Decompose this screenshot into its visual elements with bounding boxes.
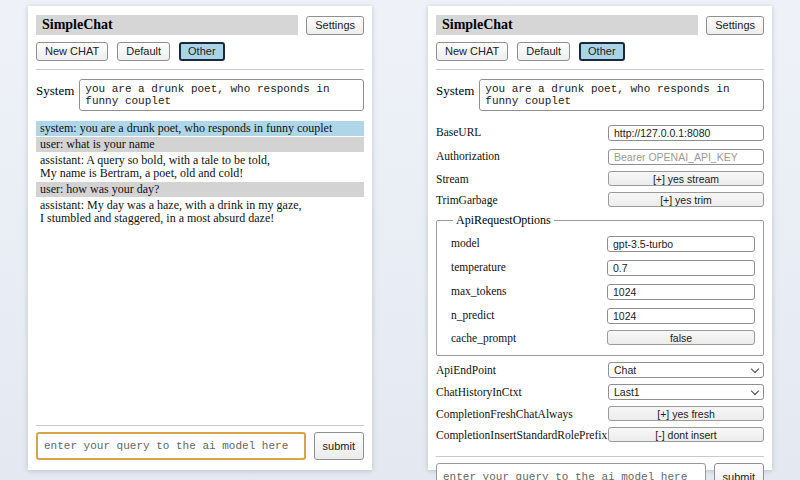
setting-label: CompletionInsertStandardRolePrefix [436, 429, 607, 441]
settings-panel: SimpleChat Settings New CHAT Default Oth… [428, 6, 772, 470]
setting-label: temperature [451, 261, 506, 273]
query-input[interactable] [36, 432, 306, 460]
setting-label: max_tokens [451, 285, 507, 297]
query-input[interactable] [436, 463, 706, 480]
chat-session-toolbar: New CHAT Default Other [436, 42, 764, 61]
settings-button[interactable]: Settings [306, 16, 364, 35]
setting-label: cache_prompt [451, 332, 516, 344]
stream-toggle-button[interactable]: [+] yes stream [608, 171, 764, 186]
setting-row-authorization: Authorization [436, 147, 764, 165]
api-request-options-fieldset: ApiRequestOptions model temperature max_… [436, 213, 764, 356]
setting-row-baseurl: BaseURL [436, 123, 764, 141]
divider [36, 425, 364, 426]
baseurl-input[interactable] [608, 125, 764, 141]
selected-option: Chat [614, 364, 636, 376]
chevron-down-icon [751, 364, 759, 372]
system-prompt-textarea[interactable]: you are a drunk poet, who responds in fu… [79, 79, 364, 111]
system-prompt-row: System you are a drunk poet, who respond… [36, 79, 364, 111]
divider [436, 456, 764, 457]
query-row: submit [36, 432, 364, 460]
setting-row-completionfreshchatalways: CompletionFreshChatAlways [+] yes fresh [436, 406, 764, 421]
max-tokens-input[interactable] [607, 284, 755, 300]
chat-message-assistant: assistant: My day was a haze, with a dri… [36, 198, 364, 226]
setting-row-cache-prompt: cache_prompt false [451, 330, 755, 345]
settings-form: BaseURL Authorization Stream [+] yes str… [436, 117, 764, 448]
system-label: System [36, 79, 74, 99]
session-tab-default[interactable]: Default [117, 42, 170, 61]
setting-row-n-predict: n_predict [451, 306, 755, 324]
authorization-input[interactable] [608, 149, 764, 165]
header: SimpleChat Settings [36, 15, 364, 35]
chat-session-toolbar: New CHAT Default Other [36, 42, 364, 61]
submit-button[interactable]: submit [314, 432, 364, 460]
chevron-down-icon [751, 386, 759, 394]
query-row: submit [436, 463, 764, 480]
session-tab-default[interactable]: Default [517, 42, 570, 61]
completionfreshchatalways-toggle-button[interactable]: [+] yes fresh [608, 406, 764, 421]
setting-row-apiendpoint: ApiEndPoint Chat [436, 362, 764, 378]
apiendpoint-select[interactable]: Chat [608, 362, 764, 378]
setting-label: TrimGarbage [436, 194, 498, 206]
completioninsertstandardroleprefix-toggle-button[interactable]: [-] dont insert [608, 427, 764, 442]
chat-message-assistant: assistant: A query so bold, with a tale … [36, 153, 364, 181]
new-chat-button[interactable]: New CHAT [436, 42, 508, 61]
chat-messages: system: you are a drunk poet, who respon… [36, 121, 364, 227]
setting-label: model [451, 237, 480, 249]
setting-label: BaseURL [436, 126, 481, 138]
divider [36, 69, 364, 70]
setting-row-temperature: temperature [451, 258, 755, 276]
chat-message-user: user: how was your day? [36, 182, 364, 197]
setting-row-model: model [451, 234, 755, 252]
divider [436, 69, 764, 70]
setting-row-completioninsertstandardroleprefix: CompletionInsertStandardRolePrefix [-] d… [436, 427, 764, 442]
selected-option: Last1 [614, 386, 640, 398]
model-input[interactable] [607, 236, 755, 252]
setting-row-max-tokens: max_tokens [451, 282, 755, 300]
spacer [36, 227, 364, 417]
app-title: SimpleChat [436, 15, 698, 35]
trimgarbage-toggle-button[interactable]: [+] yes trim [608, 192, 764, 207]
chat-message-system: system: you are a drunk poet, who respon… [36, 121, 364, 136]
temperature-input[interactable] [607, 260, 755, 276]
setting-row-stream: Stream [+] yes stream [436, 171, 764, 186]
setting-label: Authorization [436, 150, 500, 162]
session-tab-other[interactable]: Other [579, 42, 625, 61]
header: SimpleChat Settings [436, 15, 764, 35]
submit-button[interactable]: submit [714, 463, 764, 480]
app-title: SimpleChat [36, 15, 298, 35]
settings-button[interactable]: Settings [706, 16, 764, 35]
setting-label: CompletionFreshChatAlways [436, 408, 573, 420]
session-tab-other[interactable]: Other [179, 42, 225, 61]
setting-label: ChatHistoryInCtxt [436, 386, 522, 398]
system-prompt-textarea[interactable]: you are a drunk poet, who responds in fu… [479, 79, 764, 111]
system-label: System [436, 79, 474, 99]
setting-label: Stream [436, 173, 469, 185]
setting-row-trimgarbage: TrimGarbage [+] yes trim [436, 192, 764, 207]
cache-prompt-toggle-button[interactable]: false [607, 330, 755, 345]
setting-label: ApiEndPoint [436, 364, 496, 376]
chat-panel: SimpleChat Settings New CHAT Default Oth… [28, 6, 372, 470]
new-chat-button[interactable]: New CHAT [36, 42, 108, 61]
fieldset-legend: ApiRequestOptions [453, 213, 554, 228]
setting-label: n_predict [451, 309, 494, 321]
system-prompt-row: System you are a drunk poet, who respond… [436, 79, 764, 111]
n-predict-input[interactable] [607, 308, 755, 324]
setting-row-chathistoryinctxt: ChatHistoryInCtxt Last1 [436, 384, 764, 400]
chathistoryinctxt-select[interactable]: Last1 [608, 384, 764, 400]
chat-message-user: user: what is your name [36, 137, 364, 152]
